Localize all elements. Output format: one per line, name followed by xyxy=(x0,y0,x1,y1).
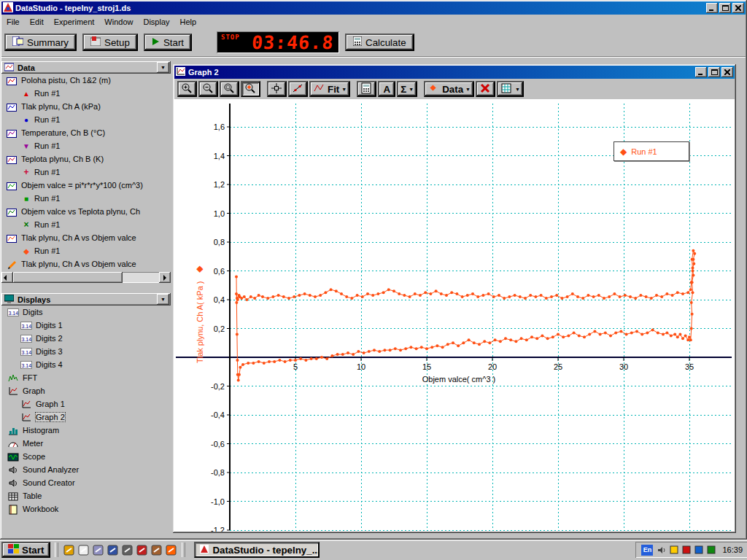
fit-menu-label: Fit xyxy=(328,84,339,95)
tray-icon-2[interactable] xyxy=(681,545,691,555)
graph-minimize-button[interactable] xyxy=(695,67,707,77)
display-item-sound-creator[interactable]: Sound Creator xyxy=(1,476,171,489)
display-item-workbook[interactable]: Workbook xyxy=(1,502,171,516)
scroll-left-button[interactable] xyxy=(1,272,13,283)
quicklaunch-icon-2[interactable] xyxy=(77,544,90,556)
display-item-digits-2[interactable]: 3.14Digits 2 xyxy=(1,332,171,345)
data-panel-title: Data xyxy=(18,63,153,72)
summary-icon xyxy=(12,36,23,48)
data-item[interactable]: Teplota plynu, Ch B (K) xyxy=(1,152,171,166)
chart-svg[interactable]: -1,2-1,0-0,8-0,6-0,4-0,20,20,40,60,81,01… xyxy=(174,99,735,532)
quicklaunch-icon-7[interactable] xyxy=(150,544,163,556)
remove-data-button[interactable] xyxy=(476,81,495,97)
display-item-digits-4[interactable]: 3.14Digits 4 xyxy=(1,358,171,371)
menu-item-edit[interactable]: Edit xyxy=(25,16,49,28)
task-button[interactable]: DataStudio - tepelny_... xyxy=(194,542,320,558)
menu-item-file[interactable]: File xyxy=(1,16,25,28)
remove-data-icon xyxy=(479,82,492,96)
taskbar-grip[interactable] xyxy=(55,542,58,557)
smart-tool-button[interactable] xyxy=(267,81,287,97)
fit-menu-button[interactable]: Fit▼ xyxy=(309,81,350,97)
setup-button[interactable]: Setup xyxy=(82,34,138,51)
data-item[interactable]: Temperature, Ch B (°C) xyxy=(1,126,171,139)
quicklaunch-icon-8[interactable] xyxy=(165,544,177,556)
run-item[interactable]: ◆Run #1 xyxy=(1,244,171,257)
data-item[interactable]: Objem valce vs Teplota plynu, Ch xyxy=(1,205,171,218)
display-item-sound-analyzer[interactable]: Sound Analyzer xyxy=(1,463,171,476)
calculate-button[interactable]: Calculate xyxy=(345,34,414,51)
text-annotation-button[interactable]: A xyxy=(378,81,395,97)
volume-icon[interactable] xyxy=(657,545,666,555)
statistics-button[interactable]: Σ▼ xyxy=(397,81,417,97)
zoom-in-button[interactable] xyxy=(177,81,197,97)
svg-text:3.14: 3.14 xyxy=(22,336,32,341)
language-indicator[interactable]: En xyxy=(641,545,653,556)
run-item[interactable]: ▲Run #1 xyxy=(1,87,171,100)
displays-panel-header: Displays ▼ xyxy=(1,293,171,306)
legend[interactable]: ◆ Run #1 xyxy=(614,141,689,161)
display-item-graph-2[interactable]: Graph 2 xyxy=(1,411,171,424)
tray-clock[interactable]: 16:39 xyxy=(719,545,743,554)
zoom-out-button[interactable] xyxy=(198,81,218,97)
start-menu-button[interactable]: Start xyxy=(1,542,50,558)
display-item-fft[interactable]: FFT xyxy=(1,371,171,384)
run-item[interactable]: +Run #1 xyxy=(1,166,171,179)
run-item[interactable]: ▼Run #1 xyxy=(1,139,171,152)
slope-tool-button[interactable] xyxy=(288,81,308,97)
tray-icon-1[interactable] xyxy=(669,545,678,555)
taskbar-grip-2[interactable] xyxy=(182,542,185,557)
run-item[interactable]: ■Run #1 xyxy=(1,192,171,205)
tray-icon-3[interactable] xyxy=(694,545,703,555)
quicklaunch-icon-5[interactable] xyxy=(121,544,133,556)
scroll-right-button[interactable] xyxy=(159,272,171,283)
data-item[interactable]: Tlak plynu, Ch A vs Objem valce xyxy=(1,231,171,244)
data-panel-dropdown[interactable]: ▼ xyxy=(157,62,169,73)
run-item[interactable]: ●Run #1 xyxy=(1,113,171,126)
display-item-digits-3[interactable]: 3.14Digits 3 xyxy=(1,345,171,358)
menu-item-display[interactable]: Display xyxy=(138,16,174,28)
scroll-thumb[interactable] xyxy=(13,272,123,283)
graph-maximize-button[interactable] xyxy=(708,67,720,77)
display-item-histogram[interactable]: Histogram xyxy=(1,424,171,437)
run-item[interactable]: ×Run #1 xyxy=(1,218,171,231)
quicklaunch-icon-4[interactable] xyxy=(107,544,119,556)
chart-area[interactable]: -1,2-1,0-0,8-0,6-0,4-0,20,20,40,60,81,01… xyxy=(174,99,735,532)
close-button[interactable] xyxy=(732,3,744,13)
calculator-button[interactable] xyxy=(357,81,376,97)
data-menu-button[interactable]: Data▼ xyxy=(424,81,474,97)
graph-close-button[interactable] xyxy=(721,67,733,77)
chart-plot[interactable]: -1,2-1,0-0,8-0,6-0,4-0,20,20,40,60,81,01… xyxy=(174,99,735,532)
menu-item-experiment[interactable]: Experiment xyxy=(49,16,100,28)
zoom-select-button[interactable] xyxy=(220,81,239,97)
maximize-button[interactable] xyxy=(719,3,731,13)
display-item-meter[interactable]: Meter xyxy=(1,437,171,450)
quicklaunch-icon-3[interactable] xyxy=(92,544,104,556)
menu-item-window[interactable]: Window xyxy=(99,16,138,28)
svg-text:-1,2: -1,2 xyxy=(211,526,225,532)
data-item[interactable]: Tlak plynu, Ch A (kPa) xyxy=(1,100,171,113)
data-item-label: Tlak plynu, Ch A vs Objem valce xyxy=(21,260,136,268)
menu-item-help[interactable]: Help xyxy=(175,16,202,28)
display-item-digits[interactable]: 3.14Digits xyxy=(1,306,171,319)
tray-icon-4[interactable] xyxy=(706,545,716,555)
display-item-label: Graph 2 xyxy=(36,413,65,421)
measurement-icon xyxy=(6,153,18,165)
start-button[interactable]: Start xyxy=(144,34,192,51)
graph-settings-icon xyxy=(500,82,513,96)
quicklaunch-icon-6[interactable] xyxy=(136,544,148,556)
data-item[interactable]: Tlak plynu, Ch A vs Objem valce xyxy=(1,257,171,271)
data-item[interactable]: Poloha pistu, Ch 1&2 (m) xyxy=(1,74,171,87)
displays-panel-dropdown[interactable]: ▼ xyxy=(157,294,169,305)
quicklaunch-icon-1[interactable] xyxy=(63,544,75,556)
run-item-label: Run #1 xyxy=(34,141,60,150)
graph-settings-button[interactable]: ▼ xyxy=(497,81,524,97)
display-item-scope[interactable]: Scope xyxy=(1,450,171,463)
data-item[interactable]: Objem valce = pi*r*r*y*100 (cm^3) xyxy=(1,179,171,192)
display-item-table[interactable]: Table xyxy=(1,489,171,502)
display-item-graph-1[interactable]: Graph 1 xyxy=(1,397,171,411)
scale-to-fit-button[interactable] xyxy=(241,81,260,97)
display-item-graph[interactable]: Graph xyxy=(1,384,171,397)
display-item-digits-1[interactable]: 3.14Digits 1 xyxy=(1,319,171,332)
minimize-button[interactable] xyxy=(706,3,718,13)
summary-button[interactable]: Summary xyxy=(4,34,77,51)
